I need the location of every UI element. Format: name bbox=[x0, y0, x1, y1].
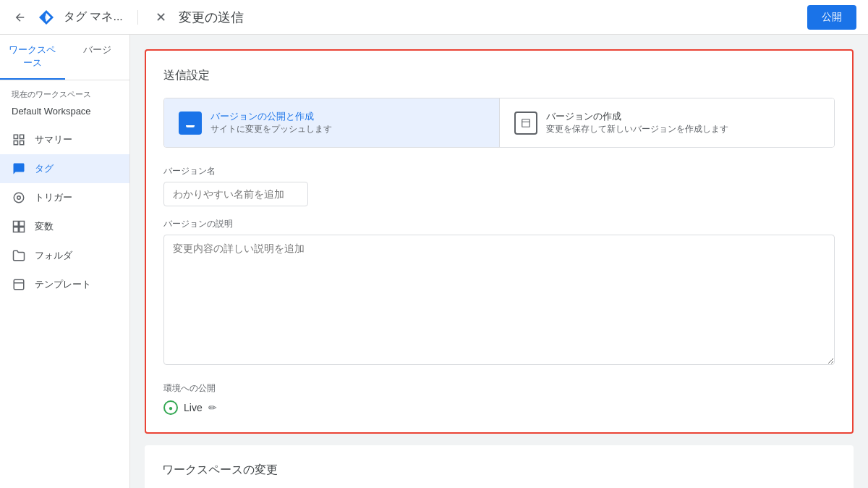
version-name-label: バージョン名 bbox=[163, 165, 835, 177]
templates-label: テンプレート bbox=[35, 278, 91, 291]
version-desc-textarea[interactable] bbox=[163, 235, 835, 365]
sidebar-item-tags[interactable]: タグ bbox=[0, 154, 129, 183]
summary-icon bbox=[12, 132, 26, 147]
version-desc-label: バージョンの説明 bbox=[163, 218, 835, 230]
sidebar-item-summary[interactable]: サマリー bbox=[0, 125, 129, 154]
svg-rect-3 bbox=[14, 135, 17, 138]
version-option-icon bbox=[514, 112, 537, 135]
sidebar: ワークスペース バージ 現在のワークスペース Default Workspace… bbox=[0, 35, 130, 488]
version-option-sub-label: 変更を保存して新しいバージョンを作成します bbox=[546, 123, 728, 135]
back-button[interactable] bbox=[12, 9, 29, 26]
option-version-btn[interactable]: バージョンの作成 変更を保存して新しいバージョンを作成します bbox=[499, 98, 835, 147]
sidebar-item-folders[interactable]: フォルダ bbox=[0, 241, 129, 270]
divider bbox=[137, 10, 138, 25]
version-option-main-label: バージョンの作成 bbox=[546, 110, 728, 123]
publish-option-icon bbox=[179, 112, 202, 135]
svg-rect-9 bbox=[14, 222, 19, 227]
option-publish-btn[interactable]: バージョンの公開と作成 サイトに変更をプッシュします bbox=[164, 98, 499, 147]
svg-rect-10 bbox=[20, 222, 25, 227]
env-edit-button[interactable]: ✏ bbox=[208, 402, 217, 413]
send-settings-card: 送信設定 バージョンの公開と作成 サイトに変更をプッシュします bbox=[145, 49, 854, 434]
env-label: 環境への公開 bbox=[163, 382, 835, 395]
templates-icon bbox=[12, 277, 26, 292]
svg-rect-15 bbox=[522, 119, 529, 127]
sidebar-item-variables[interactable]: 変数 bbox=[0, 212, 129, 241]
send-settings-title: 送信設定 bbox=[163, 68, 835, 83]
gtm-logo bbox=[38, 9, 55, 26]
svg-rect-11 bbox=[14, 227, 19, 232]
sidebar-tabs: ワークスペース バージ bbox=[0, 35, 129, 80]
workspace-changes-card: ワークスペースの変更 bbox=[145, 445, 854, 488]
topbar: タグ マネ... ✕ 変更の送信 公開 bbox=[0, 0, 868, 35]
svg-point-8 bbox=[17, 196, 21, 200]
workspace-changes-title: ワークスペースの変更 bbox=[162, 463, 836, 478]
svg-rect-4 bbox=[20, 135, 24, 138]
live-icon: ● bbox=[163, 400, 178, 415]
sidebar-item-triggers[interactable]: トリガー bbox=[0, 183, 129, 212]
folders-icon bbox=[12, 248, 26, 263]
option-row: バージョンの公開と作成 サイトに変更をプッシュします バージョンの作成 bbox=[163, 98, 835, 148]
folders-label: フォルダ bbox=[35, 249, 72, 262]
publish-option-sub-label: サイトに変更をプッシュします bbox=[210, 123, 332, 135]
svg-rect-6 bbox=[20, 141, 24, 145]
tab-workspace[interactable]: ワークスペース bbox=[0, 35, 65, 80]
triggers-icon bbox=[12, 190, 26, 205]
svg-rect-13 bbox=[14, 279, 24, 290]
version-option-text: バージョンの作成 変更を保存して新しいバージョンを作成します bbox=[546, 110, 728, 135]
svg-point-7 bbox=[14, 193, 24, 203]
publish-option-main-label: バージョンの公開と作成 bbox=[210, 110, 332, 123]
workspace-name: Default Workspace bbox=[0, 103, 129, 125]
main-layout: ワークスペース バージ 現在のワークスペース Default Workspace… bbox=[0, 35, 868, 488]
tab-version[interactable]: バージ bbox=[65, 35, 130, 80]
svg-rect-12 bbox=[20, 227, 25, 232]
env-live-row: ● Live ✏ bbox=[163, 400, 835, 415]
summary-label: サマリー bbox=[35, 133, 72, 146]
env-live-label: Live bbox=[184, 402, 203, 413]
version-name-input[interactable] bbox=[163, 182, 308, 206]
publish-button[interactable]: 公開 bbox=[807, 5, 856, 30]
publish-option-text: バージョンの公開と作成 サイトに変更をプッシュします bbox=[210, 110, 332, 135]
tags-label: タグ bbox=[35, 162, 54, 175]
close-button[interactable]: ✕ bbox=[153, 9, 170, 26]
variables-label: 変数 bbox=[35, 220, 54, 233]
svg-rect-5 bbox=[14, 141, 17, 145]
tags-icon bbox=[12, 161, 26, 176]
dialog-title: 変更の送信 bbox=[179, 9, 244, 26]
app-title: タグ マネ... bbox=[64, 9, 123, 25]
sidebar-item-templates[interactable]: テンプレート bbox=[0, 270, 129, 299]
triggers-label: トリガー bbox=[35, 191, 72, 204]
workspace-label: 現在のワークスペース bbox=[0, 80, 129, 103]
content-area: 送信設定 バージョンの公開と作成 サイトに変更をプッシュします bbox=[130, 35, 868, 488]
variables-icon bbox=[12, 219, 26, 234]
